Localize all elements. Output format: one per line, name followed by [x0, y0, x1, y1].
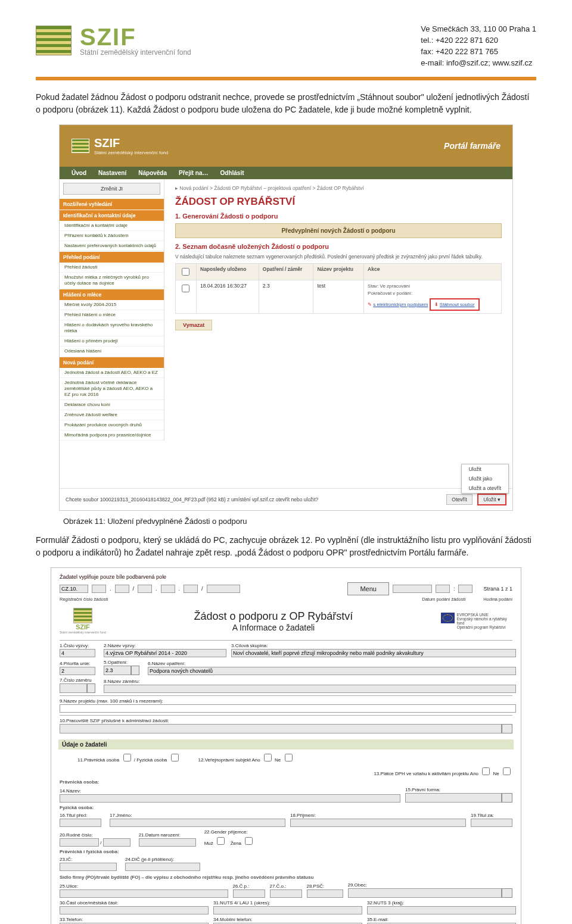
check-vp-ne[interactable]: [285, 754, 293, 761]
sidebar-item[interactable]: Změnové žádosti welfare: [60, 410, 164, 420]
check-dph-ne[interactable]: [503, 767, 511, 775]
label: Žena: [231, 841, 241, 846]
prefill-button[interactable]: Předvyplnění nových Žádostí o podporu: [175, 223, 502, 238]
sidebar-item[interactable]: Prokázání produkce ovocných druhů: [60, 420, 164, 430]
field-ic[interactable]: [60, 863, 117, 871]
label: 2.Název výzvy:: [104, 643, 223, 648]
label: 31.NUTS 4/ LAU 1 (okres):: [213, 900, 359, 906]
field-titul-za[interactable]: [471, 819, 512, 827]
field-co[interactable]: [270, 889, 302, 898]
date-field: [393, 585, 432, 593]
select-all-checkbox[interactable]: [182, 268, 189, 276]
sidebar-group-header[interactable]: Identifikační a kontaktní údaje: [60, 210, 164, 221]
dropdown-icon[interactable]: [502, 793, 512, 803]
field-rc1[interactable]: [60, 838, 99, 847]
sidebar-item[interactable]: Identifikační a kontaktní údaje: [60, 221, 164, 231]
nav-item[interactable]: Nastavení: [98, 170, 126, 176]
save-open-option[interactable]: Uložit a otevřít: [462, 483, 508, 493]
delete-button[interactable]: Vymazat: [175, 320, 212, 330]
nav-item[interactable]: Nápověda: [138, 170, 167, 176]
field-pravni-forma[interactable]: [405, 793, 502, 803]
nav-item[interactable]: Úvod: [72, 170, 86, 176]
field-rc2[interactable]: [103, 838, 130, 847]
field-vyzva-num[interactable]: [60, 649, 95, 657]
field-vyzva-name[interactable]: [104, 649, 226, 657]
nav-item[interactable]: Přejít na…: [179, 170, 208, 176]
field-prijmeni[interactable]: [290, 819, 466, 827]
download-link[interactable]: Stáhnout soubor: [440, 302, 475, 307]
field-titul-pred[interactable]: [60, 819, 101, 827]
portal-nav: Úvod Nastavení Nápověda Přejít na… Odhlá…: [72, 170, 500, 176]
status-text: Stav: Ve zpracování: [368, 283, 498, 289]
sidebar-item[interactable]: Přiřazení kontaktů k žádostem: [60, 231, 164, 241]
sidebar-item[interactable]: Jednotná žádost včetně deklarace zeměděl…: [60, 378, 164, 400]
field-cp[interactable]: [233, 889, 265, 898]
field-ulice[interactable]: [60, 889, 228, 898]
nav-item[interactable]: Odhlásit: [220, 170, 244, 176]
sidebar-item[interactable]: Přehled hlášení o mléce: [60, 310, 164, 320]
szif-logo-icon: [72, 139, 89, 153]
check-vp-ano[interactable]: [264, 754, 272, 761]
field-jmeno[interactable]: [110, 819, 285, 827]
save-as-option[interactable]: Uložit jako: [462, 474, 508, 483]
field-zamer-name[interactable]: [104, 685, 516, 693]
contact-line: tel.: +420 222 871 620: [421, 35, 536, 46]
sidebar-item[interactable]: Mimořádná podpora pro prasnice/dojnice: [60, 430, 164, 441]
sidebar-item[interactable]: Deklarace chovu koní: [60, 400, 164, 410]
dropdown-icon[interactable]: [502, 724, 512, 733]
label: 25.Ulice:: [60, 884, 225, 889]
field-priorita[interactable]: [60, 667, 95, 675]
field-nuts4[interactable]: [213, 906, 362, 914]
dropdown-icon[interactable]: [87, 683, 95, 693]
save-option[interactable]: Uložit: [462, 464, 508, 474]
row-checkbox[interactable]: [182, 285, 189, 292]
sidebar-group-header[interactable]: Přehled podání: [60, 251, 164, 263]
sidebar-item[interactable]: Nastavení preferovaných kontaktních údaj…: [60, 241, 164, 251]
sidebar-item[interactable]: Mléčné kvóty 2004-2015: [60, 300, 164, 310]
field-dic[interactable]: [125, 863, 200, 871]
field-project-name[interactable]: [60, 704, 516, 713]
save-button[interactable]: Uložit ▾: [477, 494, 506, 505]
change-ji-button[interactable]: Změnit JI: [63, 183, 160, 195]
form-instruction: Žadatel vyplňuje pouze bíle podbarvená p…: [60, 574, 512, 580]
field-psc[interactable]: [307, 889, 343, 898]
sidebar-search-header[interactable]: Rozšířené vyhledání: [60, 198, 164, 210]
sidebar-group-header[interactable]: Hlášení o mléce: [60, 289, 164, 300]
reg-prefix: [60, 585, 88, 593]
field-cast-obce[interactable]: [60, 906, 209, 914]
menu-button[interactable]: Menu: [347, 582, 389, 595]
open-button[interactable]: Otevřít: [446, 494, 472, 505]
sidebar-item[interactable]: Hlášení o dodávkách syrového kravského m…: [60, 320, 164, 336]
sidebar-item[interactable]: Hlášení o přímém prodeji: [60, 336, 164, 346]
sidebar-group-header[interactable]: Nová podání: [60, 357, 164, 368]
sidebar-item[interactable]: Jednotná žádost a žádosti AEO, AEKO a EZ: [60, 368, 164, 378]
field-cilova[interactable]: [231, 649, 516, 657]
sign-link[interactable]: s elektronickým podpisem: [373, 302, 428, 307]
field-nazev[interactable]: [60, 794, 400, 803]
sidebar-item[interactable]: Množství mléka z mléčných výrobků pro úč…: [60, 273, 164, 289]
field-nuts3[interactable]: [367, 906, 516, 914]
sidebar-item[interactable]: Přehled žádostí: [60, 263, 164, 273]
reg-seg: [138, 585, 152, 593]
reg-seg: [92, 585, 106, 593]
check-fo[interactable]: [171, 754, 179, 761]
check-gender-f[interactable]: [245, 837, 253, 845]
field-szif-office[interactable]: [60, 724, 502, 733]
field-obec[interactable]: [348, 888, 502, 898]
form-subtitle: A Informace o žadateli: [114, 623, 433, 632]
check-gender-m[interactable]: [217, 837, 225, 845]
check-dph-ano[interactable]: [482, 767, 490, 775]
field-opatreni[interactable]: [104, 666, 131, 675]
contact-block: Ve Smečkách 33, 110 00 Praha 1 tel.: +42…: [421, 24, 536, 68]
check-po[interactable]: [123, 754, 131, 761]
field-nazev-op[interactable]: [148, 667, 516, 675]
download-prompt: Chcete soubor 1000219313_20160418143822_…: [66, 497, 318, 502]
field-datum-narozeni[interactable]: [139, 838, 196, 847]
field-zamer-num[interactable]: [60, 683, 87, 693]
dropdown-icon[interactable]: [502, 888, 512, 898]
dropdown-icon[interactable]: [131, 666, 139, 675]
label: 34.Mobilní telefon:: [213, 917, 359, 922]
label: 17.Jméno:: [110, 813, 282, 818]
sidebar-item[interactable]: Odeslaná hlášení: [60, 346, 164, 357]
logo-subtext: Státní zemědělský intervenční fond: [80, 48, 191, 57]
